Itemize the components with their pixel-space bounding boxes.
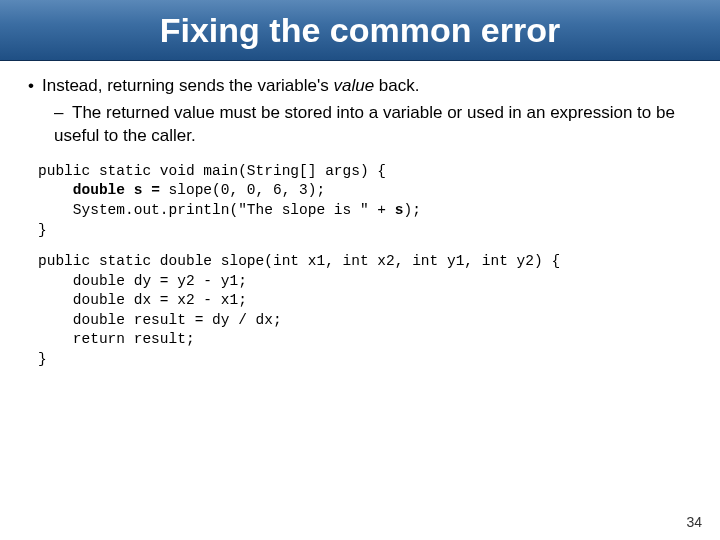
subbullet: –The returned value must be stored into …	[54, 102, 692, 148]
bullet-text-post: back.	[374, 76, 419, 95]
slide-content: •Instead, returning sends the variable's…	[0, 61, 720, 369]
code-line: return result;	[38, 331, 195, 347]
code-line	[38, 182, 73, 198]
bullet-text-pre: Instead, returning sends the variable's	[42, 76, 333, 95]
code-block-slope: public static double slope(int x1, int x…	[38, 252, 692, 369]
code-line: System.out.println("The slope is " +	[38, 202, 395, 218]
code-bold: double s =	[73, 182, 169, 198]
code-line: slope(0, 0, 6, 3);	[169, 182, 326, 198]
code-line: double dy = y2 - y1;	[38, 273, 247, 289]
page-number: 34	[686, 514, 702, 530]
code-line: double dx = x2 - x1;	[38, 292, 247, 308]
title-bar: Fixing the common error	[0, 0, 720, 61]
code-line: public static void main(String[] args) {	[38, 163, 386, 179]
code-block-main: public static void main(String[] args) {…	[38, 162, 692, 240]
slide-title: Fixing the common error	[160, 11, 561, 50]
bullet-text-italic: value	[333, 76, 374, 95]
bullet-main: •Instead, returning sends the variable's…	[28, 75, 692, 98]
code-line: double result = dy / dx;	[38, 312, 282, 328]
code-line: );	[403, 202, 420, 218]
subbullet-text: The returned value must be stored into a…	[54, 103, 675, 145]
code-line: public static double slope(int x1, int x…	[38, 253, 560, 269]
slide: Fixing the common error •Instead, return…	[0, 0, 720, 540]
code-line: }	[38, 222, 47, 238]
code-line: }	[38, 351, 47, 367]
